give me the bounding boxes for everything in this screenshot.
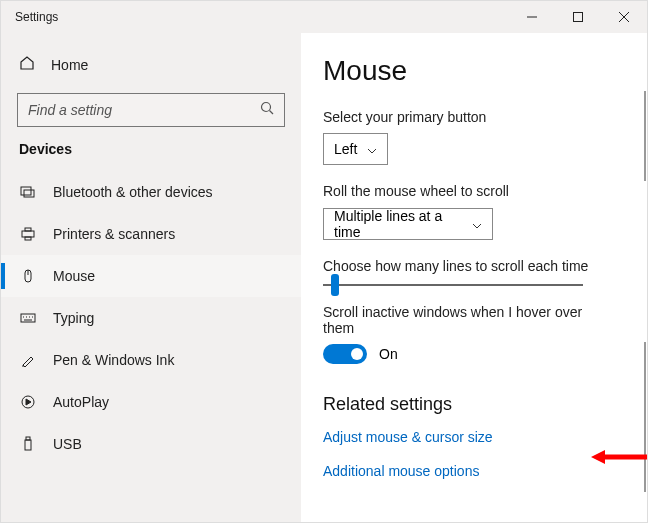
scroll-inactive-label: Scroll inactive windows when I hover ove… xyxy=(323,304,617,336)
related-settings-header: Related settings xyxy=(323,394,617,415)
sidebar-item-label: Typing xyxy=(53,310,94,326)
search-icon xyxy=(260,101,274,119)
maximize-button[interactable] xyxy=(555,1,601,33)
chevron-down-icon xyxy=(472,216,482,232)
primary-button-label: Select your primary button xyxy=(323,109,617,125)
chevron-down-icon xyxy=(367,141,377,157)
wheel-label: Roll the mouse wheel to scroll xyxy=(323,183,617,199)
home-label: Home xyxy=(51,57,88,73)
sidebar-item-autoplay[interactable]: AutoPlay xyxy=(1,381,301,423)
search-input[interactable] xyxy=(28,102,260,118)
home-icon xyxy=(19,55,35,75)
lines-slider[interactable] xyxy=(323,284,583,286)
keyboard-icon xyxy=(19,309,37,327)
slider-thumb[interactable] xyxy=(331,274,339,296)
sidebar-item-label: USB xyxy=(53,436,82,452)
svg-line-5 xyxy=(270,111,274,115)
svg-rect-8 xyxy=(22,231,34,237)
arrow-annotation xyxy=(591,447,647,467)
wheel-select[interactable]: Multiple lines at a time xyxy=(323,208,493,240)
svg-rect-20 xyxy=(25,440,31,450)
sidebar-item-label: Pen & Windows Ink xyxy=(53,352,174,368)
link-adjust-cursor[interactable]: Adjust mouse & cursor size xyxy=(323,429,617,445)
svg-rect-10 xyxy=(25,237,31,240)
close-button[interactable] xyxy=(601,1,647,33)
category-title: Devices xyxy=(1,141,301,157)
bluetooth-icon xyxy=(19,183,37,201)
autoplay-icon xyxy=(19,393,37,411)
pen-icon xyxy=(19,351,37,369)
sidebar-item-bluetooth[interactable]: Bluetooth & other devices xyxy=(1,171,301,213)
sidebar-item-typing[interactable]: Typing xyxy=(1,297,301,339)
select-value: Left xyxy=(334,141,357,157)
sidebar-item-usb[interactable]: USB xyxy=(1,423,301,465)
search-input-wrap[interactable] xyxy=(17,93,285,127)
svg-marker-23 xyxy=(591,450,605,464)
home-nav[interactable]: Home xyxy=(1,47,301,83)
scrollbar[interactable] xyxy=(644,342,646,492)
sidebar-item-mouse[interactable]: Mouse xyxy=(1,255,301,297)
lines-label: Choose how many lines to scroll each tim… xyxy=(323,258,617,274)
content-pane: Mouse Select your primary button Left Ro… xyxy=(301,33,647,522)
app-title: Settings xyxy=(15,10,509,24)
svg-rect-13 xyxy=(21,314,35,322)
svg-rect-21 xyxy=(26,437,30,440)
select-value: Multiple lines at a time xyxy=(334,208,462,240)
svg-rect-7 xyxy=(24,190,34,197)
mouse-icon xyxy=(19,267,37,285)
svg-point-4 xyxy=(262,103,271,112)
scroll-inactive-toggle[interactable] xyxy=(323,344,367,364)
usb-icon xyxy=(19,435,37,453)
svg-rect-1 xyxy=(574,13,583,22)
svg-rect-6 xyxy=(21,187,31,195)
scrollbar[interactable] xyxy=(644,91,646,181)
primary-button-select[interactable]: Left xyxy=(323,133,388,165)
minimize-button[interactable] xyxy=(509,1,555,33)
link-additional-options[interactable]: Additional mouse options xyxy=(323,463,617,479)
sidebar: Home Devices Bluetooth & other devices P… xyxy=(1,33,301,522)
toggle-state: On xyxy=(379,346,398,362)
page-title: Mouse xyxy=(323,55,617,87)
printer-icon xyxy=(19,225,37,243)
sidebar-item-printers[interactable]: Printers & scanners xyxy=(1,213,301,255)
sidebar-item-label: AutoPlay xyxy=(53,394,109,410)
svg-rect-9 xyxy=(25,228,31,231)
sidebar-item-label: Printers & scanners xyxy=(53,226,175,242)
sidebar-item-label: Mouse xyxy=(53,268,95,284)
titlebar: Settings xyxy=(1,1,647,33)
sidebar-item-label: Bluetooth & other devices xyxy=(53,184,213,200)
sidebar-item-pen[interactable]: Pen & Windows Ink xyxy=(1,339,301,381)
